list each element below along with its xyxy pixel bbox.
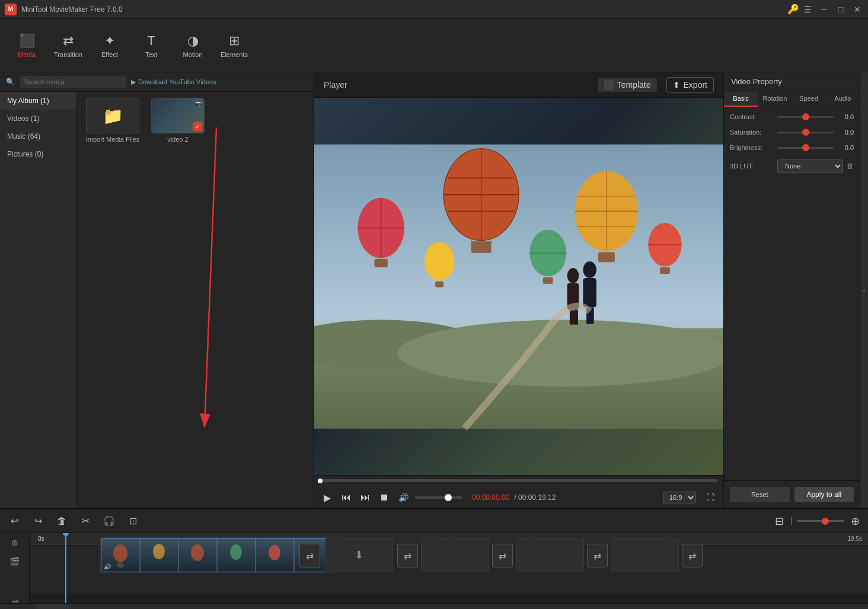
tab-rotation[interactable]: Rotation <box>758 91 792 107</box>
video2-media-item: 📷 ✓ video 2 <box>148 98 208 143</box>
motion-icon: ◑ <box>187 33 199 49</box>
elements-icon: ⊞ <box>229 33 240 49</box>
crop-button[interactable]: ⊡ <box>125 513 141 530</box>
timeline-left-icons: ⊕ 🎬 🎵 <box>0 533 30 603</box>
svg-point-35 <box>567 268 579 283</box>
minimize-button[interactable]: ─ <box>818 4 830 15</box>
contrast-value: 0.0 <box>837 113 854 120</box>
audio-track-spacer <box>30 595 868 603</box>
progress-bar[interactable] <box>320 479 717 482</box>
tab-audio[interactable]: Audio <box>826 91 860 107</box>
timeline-body: ⊕ 🎬 🎵 0s 19.5s <box>0 533 868 603</box>
reset-button[interactable]: Reset <box>730 487 790 502</box>
sidebar-item-my-album[interactable]: My Album (1) <box>0 92 76 110</box>
player-header: Player ⬛ Template ⬆ Export <box>314 72 723 98</box>
nav-item-transition[interactable]: ⇄ Transition <box>47 25 89 66</box>
contrast-slider[interactable] <box>777 116 834 118</box>
nav-item-elements[interactable]: ⊞ Elements <box>213 25 255 66</box>
volume-slider[interactable] <box>415 496 462 499</box>
video-track-icon: 🎬 <box>7 554 22 569</box>
controls-row: ▶ ⏮ ⏭ ⏹ 🔊 00:00:00.00 / 00:00:19.12 16:9… <box>320 490 717 505</box>
delete-button[interactable]: 🗑 <box>53 513 70 530</box>
hamburger-menu[interactable]: ☰ <box>802 4 813 15</box>
time-total: / 00:00:19.12 <box>514 493 556 502</box>
redo-button[interactable]: ↪ <box>30 513 46 530</box>
transition-cell-4[interactable] <box>611 538 679 572</box>
search-input[interactable] <box>20 76 126 88</box>
import-media-item: 📁 Import Media Files <box>83 98 142 143</box>
play-button[interactable]: ▶ <box>320 490 334 505</box>
close-button[interactable]: ✕ <box>851 4 863 15</box>
sidebar-item-music[interactable]: Music (64) <box>0 127 76 145</box>
add-track-icon[interactable]: ⊕ <box>9 535 21 550</box>
export-icon: ⬆ <box>673 80 680 90</box>
saturation-slider[interactable] <box>777 132 834 133</box>
fullscreen-button[interactable]: ⛶ <box>703 490 717 505</box>
svg-point-46 <box>117 562 124 568</box>
download-youtube-link[interactable]: ▶ Download YouTube Videos <box>131 78 216 86</box>
lut-delete-icon[interactable]: 🗑 <box>847 162 854 170</box>
zoom-slider[interactable] <box>797 520 844 522</box>
right-panel: Video Property Basic Rotation Speed Audi… <box>723 72 860 508</box>
contrast-slider-wrap: 0.0 <box>777 113 854 120</box>
apply-all-button[interactable]: Apply to all <box>794 487 854 502</box>
timeline-scrollbar[interactable] <box>0 603 868 609</box>
scroll-thumb[interactable] <box>36 604 71 609</box>
transition-cell-1[interactable]: ⬇ <box>325 538 393 572</box>
media-area: 📁 Import Media Files 📷 ✓ video 2 <box>77 92 314 508</box>
stop-button[interactable]: ⏹ <box>377 490 391 505</box>
sidebar-item-pictures[interactable]: Pictures (0) <box>0 145 76 163</box>
step-back-button[interactable]: ⏮ <box>339 490 353 505</box>
video-display <box>314 98 723 475</box>
saturation-row: Saturation: 0.0 <box>730 129 854 136</box>
brightness-slider[interactable] <box>777 147 834 149</box>
transition-btn-5[interactable]: ⇄ <box>682 544 703 567</box>
svg-point-45 <box>113 544 127 562</box>
nav-item-motion[interactable]: ◑ Motion <box>172 25 213 66</box>
zoom-divider <box>791 517 792 525</box>
timeline-toolbar: ↩ ↪ 🗑 ✂ 🎧 ⊡ ⊟ ⊕ <box>0 509 868 533</box>
tab-basic[interactable]: Basic <box>724 91 758 107</box>
time-current: 00:00:00.00 <box>472 493 509 502</box>
panel-footer: Reset Apply to all <box>724 480 860 508</box>
transition-arrow-btn[interactable]: ⇄ <box>299 544 320 567</box>
property-tabs: Basic Rotation Speed Audio <box>724 91 860 107</box>
nav-item-effect[interactable]: ✦ Effect <box>89 25 130 66</box>
transition-btn-3[interactable]: ⇄ <box>492 544 513 567</box>
transition-cell-2[interactable] <box>421 538 489 572</box>
saturation-label: Saturation: <box>730 129 777 136</box>
window-controls: ☰ ─ □ ✕ <box>802 4 863 15</box>
sidebar-item-videos[interactable]: Videos (1) <box>0 110 76 127</box>
key-icon: 🔑 <box>787 4 799 15</box>
transition-btn-4[interactable]: ⇄ <box>587 544 608 567</box>
aspect-ratio-select[interactable]: 16:9 4:3 1:1 <box>663 492 696 503</box>
progress-row <box>320 479 717 487</box>
video2-label: video 2 <box>167 136 188 143</box>
step-forward-button[interactable]: ⏭ <box>358 490 372 505</box>
nav-item-text[interactable]: T Text <box>130 25 172 66</box>
transition-cell-3[interactable] <box>516 538 584 572</box>
search-icon: 🔍 <box>6 78 15 86</box>
video-property-title: Video Property <box>724 72 860 91</box>
svg-rect-30 <box>435 282 443 288</box>
saturation-slider-wrap: 0.0 <box>777 129 854 136</box>
video2-thumb[interactable]: 📷 ✓ <box>151 98 205 133</box>
undo-button[interactable]: ↩ <box>6 513 23 530</box>
right-panel-collapse[interactable]: ‹ <box>860 72 868 508</box>
tab-speed[interactable]: Speed <box>792 91 826 107</box>
export-button[interactable]: ⬆ Export <box>666 77 714 93</box>
video2-selected-check: ✓ <box>193 122 202 131</box>
nav-item-media[interactable]: ⬛ Media <box>6 25 47 66</box>
transition-btn-2[interactable]: ⇄ <box>397 544 418 567</box>
app-title: MiniTool MovieMaker Free 7.0.0 <box>21 5 787 14</box>
import-media-button[interactable]: 📁 <box>86 98 139 133</box>
maximize-button[interactable]: □ <box>835 4 847 15</box>
split-button[interactable]: ✂ <box>77 513 94 530</box>
lut-select[interactable]: None <box>777 160 843 173</box>
video-clip[interactable]: 🔊 <box>101 538 332 572</box>
timeline-content: 0s 19.5s <box>30 533 868 603</box>
template-button[interactable]: ⬛ Template <box>598 78 657 92</box>
audio-button[interactable]: 🎧 <box>101 513 117 530</box>
app-icon: M <box>5 4 17 15</box>
folder-icon: 📁 <box>103 106 123 126</box>
